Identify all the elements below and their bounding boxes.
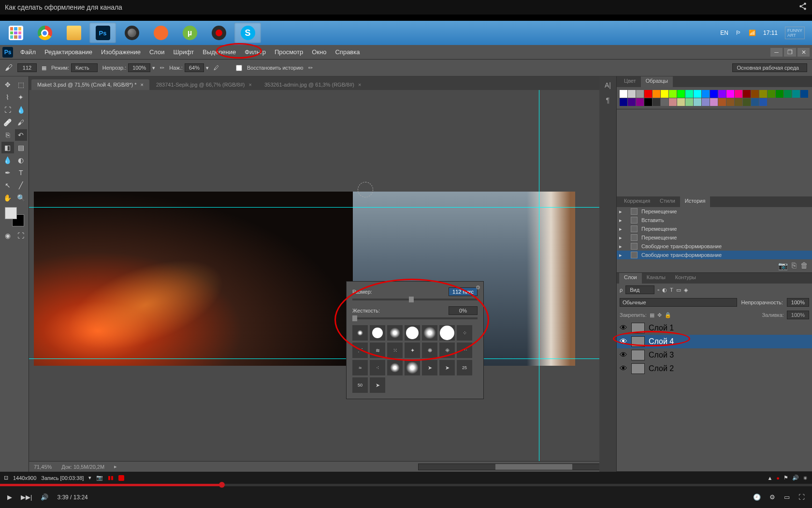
horizontal-guide[interactable] (29, 207, 616, 208)
lock-position-icon[interactable]: ✥ (657, 312, 662, 318)
swatch[interactable] (661, 90, 668, 98)
swatch[interactable] (718, 90, 726, 98)
menu-image[interactable]: Изображение (101, 48, 141, 56)
minimize-button[interactable]: ─ (770, 48, 783, 57)
taskbar-steam[interactable] (118, 23, 145, 43)
snapshot-icon[interactable]: 📷 (778, 261, 788, 270)
filter-type-icon[interactable]: T (670, 287, 673, 293)
path-tool[interactable]: ↖ (1, 179, 14, 191)
blend-mode-select[interactable]: Обычные (620, 298, 737, 307)
swatch[interactable] (685, 90, 693, 98)
taskbar-recorder[interactable] (205, 23, 232, 43)
taskbar-explorer[interactable] (60, 23, 87, 43)
shape-tool[interactable]: ╱ (15, 179, 28, 191)
layer-filter-kind[interactable]: Вид (625, 285, 654, 294)
lock-pixels-icon[interactable]: ▦ (650, 312, 654, 318)
brush-preset[interactable]: ⋰ (352, 343, 368, 358)
swatch[interactable] (636, 98, 644, 106)
swatch[interactable] (669, 98, 677, 106)
menu-view[interactable]: Просмотр (275, 48, 303, 56)
lock-all-icon[interactable]: 🔒 (665, 312, 671, 318)
brush-tool[interactable]: 🖌 (15, 117, 28, 128)
menu-help[interactable]: Справка (335, 48, 360, 56)
recorder-icon[interactable]: ⊡ (4, 475, 8, 481)
vertical-guide[interactable] (539, 90, 539, 461)
brush-preset[interactable]: ❋ (422, 343, 437, 358)
swatch[interactable] (743, 90, 751, 98)
swatch[interactable] (743, 98, 751, 106)
watch-later-icon[interactable]: 🕘 (753, 493, 761, 501)
share-icon[interactable] (798, 2, 807, 13)
menu-file[interactable]: Файл (20, 48, 36, 56)
doc-tab-3[interactable]: 353261-admin.jpg @ 61,3% (RGB/8#)× (259, 79, 367, 90)
layer-opacity-value[interactable]: 100% (787, 298, 809, 307)
swatch[interactable] (759, 90, 767, 98)
tray-icon[interactable]: ⚑ (783, 475, 788, 481)
swatch[interactable] (694, 90, 701, 98)
swatch[interactable] (677, 98, 685, 106)
brush-hardness-slider[interactable] (352, 317, 478, 319)
screenmode-icon[interactable]: ⛶ (15, 230, 28, 241)
swatch[interactable] (620, 90, 627, 98)
gear-icon[interactable]: ⚙ (476, 284, 480, 291)
brush-preset[interactable]: 50 (352, 377, 368, 393)
tool-preset-icon[interactable]: 🖌 (5, 63, 13, 72)
tab-paths[interactable]: Контуры (670, 273, 701, 284)
swatch[interactable] (710, 98, 718, 106)
menu-select[interactable]: Выделение (203, 48, 236, 56)
mode-select[interactable]: Кисть (71, 63, 98, 72)
chevron-down-icon[interactable]: ▾ (88, 475, 91, 481)
wand-tool[interactable]: ✦ (15, 91, 28, 103)
tab-layers[interactable]: Слои (619, 273, 642, 284)
network-icon[interactable]: 📶 (749, 30, 756, 36)
doc-tab-1[interactable]: Maket 3.psd @ 71,5% (Слой 4, RGB/8*) *× (31, 79, 149, 90)
history-item[interactable]: ▸Перемещение (617, 224, 812, 233)
close-icon[interactable]: × (140, 82, 143, 88)
eyedropper-tool[interactable]: 💧 (15, 104, 28, 116)
swatch[interactable] (677, 90, 685, 98)
swatch[interactable] (644, 98, 652, 106)
opacity-value[interactable]: 100% (128, 63, 150, 72)
pen-tool[interactable]: ✒ (1, 167, 14, 179)
tray-icon[interactable]: ▲ (767, 475, 772, 481)
brush-preset[interactable]: ➤ (439, 360, 455, 375)
clock[interactable]: 17:11 (763, 30, 778, 36)
filter-adjust-icon[interactable]: ◐ (662, 287, 667, 293)
swatch[interactable] (685, 98, 693, 106)
brush-size-preview[interactable]: 112 (17, 63, 37, 72)
blur-tool[interactable]: 💧 (1, 154, 14, 166)
flow-value[interactable]: 64% (185, 63, 204, 72)
menu-edit[interactable]: Редактирование (44, 48, 92, 56)
swatch[interactable] (751, 98, 759, 106)
new-doc-icon[interactable]: ⎘ (792, 261, 797, 270)
close-button[interactable]: ✕ (798, 48, 810, 57)
swatch[interactable] (726, 90, 734, 98)
brush-preset[interactable]: ⁙ (387, 343, 403, 358)
swatch[interactable] (644, 90, 652, 98)
visibility-icon[interactable]: 👁 (620, 364, 627, 373)
swatch[interactable] (759, 98, 767, 106)
doc-info[interactable]: Док: 10,5M/20,2M (61, 464, 104, 470)
flag-icon[interactable]: 🏳 (736, 30, 741, 36)
hand-tool[interactable]: ✋ (1, 192, 14, 204)
brush-panel-icon[interactable]: ▦ (42, 65, 46, 71)
brush-preset[interactable]: ✦ (405, 343, 420, 358)
menu-window[interactable]: Окно (312, 48, 326, 56)
move-tool[interactable]: ✥ (1, 79, 14, 90)
swatch[interactable] (776, 90, 783, 98)
layer-item[interactable]: 👁Слой 2 (617, 362, 812, 375)
theater-icon[interactable]: ▭ (784, 493, 790, 501)
paragraph-panel-icon[interactable]: ¶ (606, 96, 610, 104)
crop-tool[interactable]: ⛶ (1, 104, 14, 116)
taskbar-photoshop[interactable]: Ps (89, 23, 116, 43)
tab-history[interactable]: История (680, 196, 710, 207)
horizontal-scrollbar[interactable] (418, 463, 611, 470)
swatch[interactable] (735, 98, 742, 106)
visibility-icon[interactable]: 👁 (620, 351, 627, 359)
tray-icon[interactable]: ⛯ (803, 475, 808, 481)
pause-icon[interactable]: ▮▮ (108, 475, 114, 481)
airbrush-icon[interactable]: 🖊 (214, 65, 219, 71)
brush-hardness-input[interactable] (449, 306, 478, 315)
visibility-icon[interactable]: 👁 (620, 324, 627, 332)
character-panel-icon[interactable]: A| (605, 81, 611, 89)
